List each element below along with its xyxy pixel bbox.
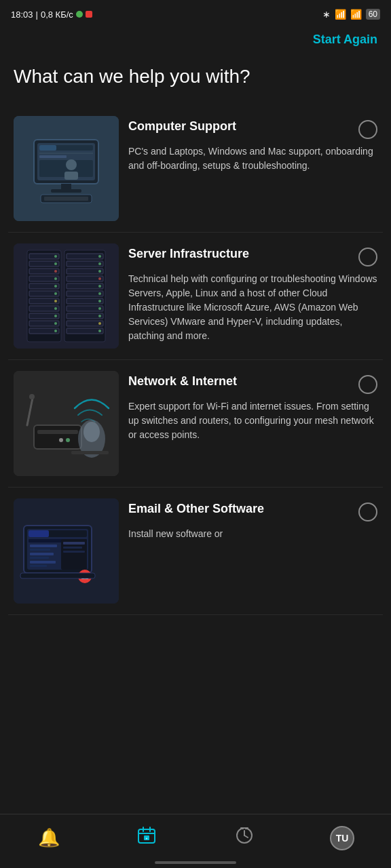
- radio-computer[interactable]: [358, 120, 377, 139]
- svg-rect-61: [14, 371, 119, 476]
- service-desc-network: Expert support for Wi-Fi and internet is…: [128, 399, 377, 442]
- svg-rect-84: [63, 542, 85, 545]
- svg-point-28: [54, 292, 57, 295]
- svg-point-56: [98, 315, 101, 317]
- radio-server[interactable]: [358, 248, 377, 267]
- svg-point-46: [98, 277, 101, 280]
- svg-point-69: [83, 422, 100, 442]
- service-item-server[interactable]: Server Infrastructure Technical help wit…: [8, 233, 383, 360]
- svg-rect-78: [30, 549, 50, 551]
- svg-rect-49: [67, 291, 103, 296]
- svg-point-26: [54, 285, 57, 288]
- svg-rect-43: [67, 269, 103, 274]
- svg-rect-53: [67, 306, 103, 311]
- nav-profile[interactable]: TU: [322, 821, 362, 855]
- service-item-computer-support[interactable]: Computer Support PC's and Laptops, Windo…: [8, 105, 383, 233]
- svg-rect-85: [63, 547, 82, 549]
- svg-point-38: [54, 330, 57, 332]
- svg-point-32: [54, 307, 57, 310]
- radio-email[interactable]: [358, 502, 377, 521]
- page-title: What can we help you with?: [0, 58, 391, 105]
- svg-rect-70: [71, 451, 109, 454]
- service-title-network: Network & Internet: [128, 374, 353, 389]
- svg-rect-86: [63, 551, 85, 553]
- svg-point-30: [54, 300, 57, 302]
- service-item-network[interactable]: Network & Internet Expert support for Wi…: [8, 360, 383, 488]
- service-image-computer: [14, 116, 119, 221]
- svg-point-52: [98, 300, 101, 302]
- svg-rect-77: [30, 545, 57, 547]
- svg-point-44: [98, 270, 101, 273]
- radio-network[interactable]: [358, 375, 377, 394]
- bottom-nav: 🔔 + TU: [0, 814, 391, 868]
- service-content-server: Server Infrastructure Technical help wit…: [128, 243, 377, 343]
- status-bar: 18:03 | 0,8 КБ/с ∗ 📶 📶 60: [0, 0, 391, 27]
- service-content-email: Email & Other Software Install new softw…: [128, 498, 377, 541]
- svg-point-20: [54, 262, 57, 265]
- red-square-icon: [86, 11, 92, 18]
- svg-point-22: [54, 270, 57, 273]
- svg-point-64: [66, 438, 70, 442]
- svg-rect-45: [67, 276, 103, 281]
- svg-point-50: [98, 292, 101, 295]
- svg-rect-9: [64, 172, 78, 180]
- service-content-computer: Computer Support PC's and Laptops, Windo…: [128, 116, 377, 173]
- svg-rect-13: [44, 197, 88, 201]
- home-indicator: [155, 861, 236, 864]
- svg-point-58: [98, 322, 101, 325]
- wifi-icon: 📶: [350, 9, 362, 20]
- svg-rect-47: [67, 283, 103, 289]
- svg-rect-51: [67, 298, 103, 304]
- svg-point-60: [98, 330, 101, 332]
- svg-rect-79: [30, 553, 54, 555]
- service-title-row-network: Network & Internet: [128, 374, 377, 394]
- service-title-server: Server Infrastructure: [128, 246, 353, 262]
- nav-clock[interactable]: [224, 821, 265, 855]
- clock-icon: [235, 826, 254, 850]
- svg-point-36: [54, 322, 57, 325]
- svg-line-98: [244, 835, 248, 837]
- service-title-email: Email & Other Software: [128, 501, 353, 517]
- svg-rect-75: [29, 530, 49, 537]
- svg-rect-62: [34, 425, 81, 449]
- svg-rect-99: [240, 827, 244, 829]
- status-icons: ∗ 📶 📶 60: [322, 9, 380, 20]
- svg-rect-11: [51, 189, 81, 193]
- svg-point-48: [98, 285, 101, 288]
- battery-icon: 60: [366, 9, 380, 20]
- svg-point-18: [54, 255, 57, 258]
- svg-rect-39: [67, 254, 103, 259]
- svg-point-42: [98, 262, 101, 265]
- top-action-bar: Start Again: [0, 27, 391, 58]
- svg-point-34: [54, 315, 57, 317]
- status-time: 18:03: [11, 9, 33, 20]
- service-image-network: [14, 371, 119, 476]
- svg-point-8: [66, 159, 77, 170]
- svg-point-67: [29, 394, 35, 399]
- calendar-icon: +: [137, 826, 156, 850]
- service-title-computer: Computer Support: [128, 119, 353, 134]
- green-dot-icon: [76, 11, 83, 18]
- status-time-data: 18:03 | 0,8 КБ/с: [11, 9, 92, 20]
- svg-rect-55: [67, 313, 103, 319]
- avatar-initials: TU: [336, 833, 349, 844]
- status-data: 0,8 КБ/с: [41, 9, 73, 20]
- svg-point-54: [98, 307, 101, 310]
- start-again-button[interactable]: Start Again: [313, 33, 377, 47]
- svg-rect-82: [30, 565, 47, 567]
- nav-notifications[interactable]: 🔔: [29, 821, 69, 855]
- service-image-server: [14, 243, 119, 349]
- svg-rect-4: [39, 145, 56, 151]
- nav-calendar[interactable]: +: [126, 821, 167, 855]
- svg-point-65: [59, 438, 63, 442]
- bluetooth-icon: ∗: [322, 9, 331, 20]
- service-desc-computer: PC's and Laptops, Windows and Mac suppor…: [128, 144, 377, 173]
- svg-rect-80: [30, 557, 49, 559]
- service-item-email[interactable]: 12 Email & Other Software Install new so…: [8, 488, 383, 615]
- svg-rect-59: [67, 328, 103, 334]
- service-desc-email: Install new software or: [128, 527, 377, 541]
- signal-icon: 📶: [335, 9, 346, 20]
- svg-rect-100: [245, 827, 248, 829]
- svg-text:+: +: [146, 836, 148, 840]
- service-desc-server: Technical help with configuring or troub…: [128, 272, 377, 343]
